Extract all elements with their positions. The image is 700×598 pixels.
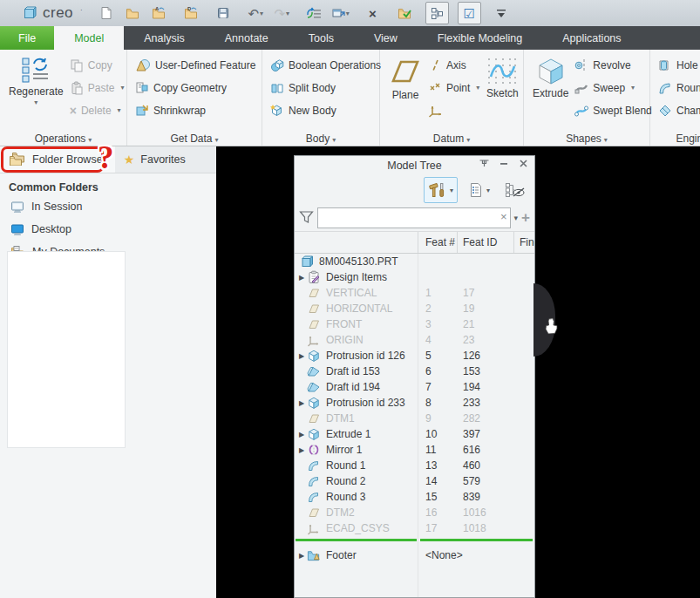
open-session-a-button[interactable]: A bbox=[147, 2, 171, 24]
minimize-button[interactable] bbox=[500, 159, 509, 171]
filter-clear-icon[interactable]: × bbox=[500, 211, 507, 223]
open-folder-button[interactable] bbox=[121, 2, 145, 24]
csys-button[interactable] bbox=[425, 99, 482, 121]
sidebar-item-desktop[interactable]: Desktop bbox=[0, 218, 216, 241]
plane-button[interactable]: Plane bbox=[385, 54, 425, 103]
split-body-button[interactable]: Split Body bbox=[268, 77, 384, 99]
column-header-feat-[interactable]: Feat # bbox=[425, 236, 455, 248]
new-file-button[interactable] bbox=[95, 2, 119, 24]
tab-view[interactable]: View bbox=[354, 26, 418, 50]
tree-row-vertical[interactable]: VERTICAL117 bbox=[295, 285, 534, 301]
tree-filter-input[interactable] bbox=[317, 207, 511, 228]
tab-model[interactable]: Model bbox=[54, 26, 124, 50]
ribbon-group-label[interactable]: Engineering▾ bbox=[650, 133, 700, 145]
tree-row-dtm2[interactable]: DTM2161016 bbox=[295, 505, 534, 520]
delete-button[interactable]: ×Delete▾ bbox=[67, 99, 127, 121]
show-tree-button[interactable] bbox=[500, 177, 530, 203]
folder-tree-area[interactable] bbox=[7, 251, 126, 448]
expand-arrow-icon[interactable]: ▶ bbox=[296, 446, 307, 454]
tab-analysis[interactable]: Analysis bbox=[124, 26, 205, 50]
new-body-button[interactable]: New Body bbox=[268, 99, 384, 121]
tree-row-round-3[interactable]: Round 315839 bbox=[295, 489, 534, 505]
ribbon-group-label[interactable]: Operations▾ bbox=[0, 133, 126, 145]
tree-row-mirror-1[interactable]: ▶Mirror 111616 bbox=[295, 442, 534, 458]
column-divider[interactable] bbox=[418, 232, 418, 253]
select-working-button[interactable]: ☑ bbox=[458, 2, 481, 24]
tab-file[interactable]: File bbox=[0, 26, 54, 50]
tree-row-design-items[interactable]: ▶Design Items bbox=[295, 269, 534, 285]
tab-annotate[interactable]: Annotate bbox=[205, 26, 289, 50]
graphics-area[interactable]: Model Tree ▾▾ × ▾ + Feat #Feat IDFind 8M… bbox=[216, 146, 700, 598]
tree-row-protrusion-id-126[interactable]: ▶Protrusion id 1265126 bbox=[295, 348, 534, 364]
open-session-d-button[interactable]: D bbox=[180, 2, 203, 24]
tree-row-round-2[interactable]: Round 214579 bbox=[295, 473, 534, 489]
copy-button[interactable]: Copy bbox=[67, 54, 127, 76]
pin-button[interactable] bbox=[479, 159, 490, 171]
shrinkwrap-button[interactable]: Shrinkwrap bbox=[133, 99, 258, 121]
expand-arrow-icon[interactable]: ▶ bbox=[296, 352, 307, 360]
ribbon-group-label[interactable]: Body▾ bbox=[262, 133, 379, 145]
ribbon-group-label[interactable]: Get Data▾ bbox=[127, 133, 262, 145]
point-button[interactable]: Point▾ bbox=[425, 77, 482, 99]
tab-applications[interactable]: Applications bbox=[542, 26, 641, 50]
component-window-button[interactable]: ▾ bbox=[329, 2, 352, 24]
expand-arrow-icon[interactable]: ▶ bbox=[296, 552, 307, 560]
extrude-button[interactable]: Extrude bbox=[529, 54, 572, 101]
tab-flexible-modeling[interactable]: Flexible Modeling bbox=[418, 26, 542, 50]
tree-row-round-1[interactable]: Round 113460 bbox=[295, 458, 534, 473]
expand-arrow-icon[interactable]: ▶ bbox=[296, 431, 307, 438]
tab-tools[interactable]: Tools bbox=[289, 26, 354, 50]
save-button[interactable] bbox=[212, 2, 235, 24]
tree-row-footer[interactable]: ▶Footer<None> bbox=[295, 547, 534, 563]
sweep-button[interactable]: Sweep▾ bbox=[572, 77, 654, 99]
expand-arrow-icon[interactable]: ▶ bbox=[296, 274, 307, 282]
boolean-operations-button[interactable]: Boolean Operations bbox=[268, 54, 384, 76]
tree-row-front[interactable]: FRONT321 bbox=[295, 316, 534, 332]
close-window-button[interactable]: × bbox=[361, 2, 384, 24]
tree-structure-button[interactable] bbox=[425, 2, 449, 24]
protrusion-icon bbox=[307, 349, 321, 363]
tree-row-draft-id-194[interactable]: Draft id 1947194 bbox=[295, 379, 534, 395]
chamfer-button[interactable]: Chamfer bbox=[656, 99, 700, 121]
user-defined-feature-button[interactable]: User-Defined Feature bbox=[133, 54, 258, 76]
round-button[interactable]: Round bbox=[656, 77, 700, 99]
tree-row-8m0045130-prt[interactable]: 8M0045130.PRT bbox=[295, 254, 534, 269]
sketch-button[interactable]: Sketch bbox=[482, 54, 522, 101]
tree-row-extrude-1[interactable]: ▶Extrude 110397 bbox=[295, 426, 534, 442]
ribbon-group-label[interactable]: Datum▾ bbox=[380, 133, 523, 145]
operation-check-button[interactable] bbox=[393, 2, 417, 24]
hole-button[interactable]: Hole bbox=[656, 54, 700, 76]
tree-row-dtm1[interactable]: DTM19282 bbox=[295, 411, 534, 426]
undo-button[interactable]: ↶▾ bbox=[244, 2, 268, 24]
tree-row-draft-id-153[interactable]: Draft id 1536153 bbox=[295, 364, 534, 379]
insert-indicator-line[interactable] bbox=[295, 539, 534, 541]
column-divider[interactable] bbox=[513, 232, 514, 253]
redo-button[interactable]: ↷▾ bbox=[270, 2, 294, 24]
expand-arrow-icon[interactable]: ▶ bbox=[296, 399, 307, 407]
tree-settings-button[interactable]: ▾ bbox=[464, 177, 494, 203]
tree-row-origin[interactable]: ORIGIN423 bbox=[295, 332, 534, 348]
regenerate-button[interactable]: Regenerate▾ bbox=[5, 54, 67, 108]
column-header-find[interactable]: Find bbox=[520, 236, 534, 248]
model-tree-titlebar[interactable]: Model Tree bbox=[295, 156, 534, 175]
swept-blend-button[interactable]: Swept Blend bbox=[572, 99, 654, 121]
sidebar-item-in-session[interactable]: In Session bbox=[0, 195, 216, 218]
close-button[interactable] bbox=[519, 159, 528, 171]
filter-add-button[interactable]: + bbox=[521, 211, 530, 225]
tree-row-horizontal[interactable]: HORIZONTAL219 bbox=[295, 301, 534, 316]
customize-toolbar-button[interactable] bbox=[490, 2, 513, 24]
favorites-tab[interactable]: ★ Favorites bbox=[115, 146, 194, 173]
axis-button[interactable]: Axis bbox=[425, 54, 482, 76]
filter-dropdown-icon[interactable]: ▾ bbox=[514, 214, 519, 222]
column-header-feat-id[interactable]: Feat ID bbox=[463, 236, 497, 248]
tree-filters-button[interactable]: ▾ bbox=[424, 177, 458, 203]
tree-row-ecad-csys[interactable]: ECAD_CSYS171018 bbox=[295, 520, 534, 536]
folder-browser-tab[interactable]: Folder Browser bbox=[0, 146, 115, 173]
copy-geometry-button[interactable]: Copy Geometry bbox=[133, 77, 258, 99]
tree-row-protrusion-id-233[interactable]: ▶Protrusion id 2338233 bbox=[295, 395, 534, 411]
revolve-button[interactable]: Revolve bbox=[572, 54, 654, 76]
ribbon-group-label[interactable]: Shapes▾ bbox=[524, 133, 649, 145]
column-divider[interactable] bbox=[457, 232, 458, 253]
model-player-button[interactable] bbox=[302, 2, 326, 24]
paste-button[interactable]: Paste▾ bbox=[67, 77, 127, 99]
